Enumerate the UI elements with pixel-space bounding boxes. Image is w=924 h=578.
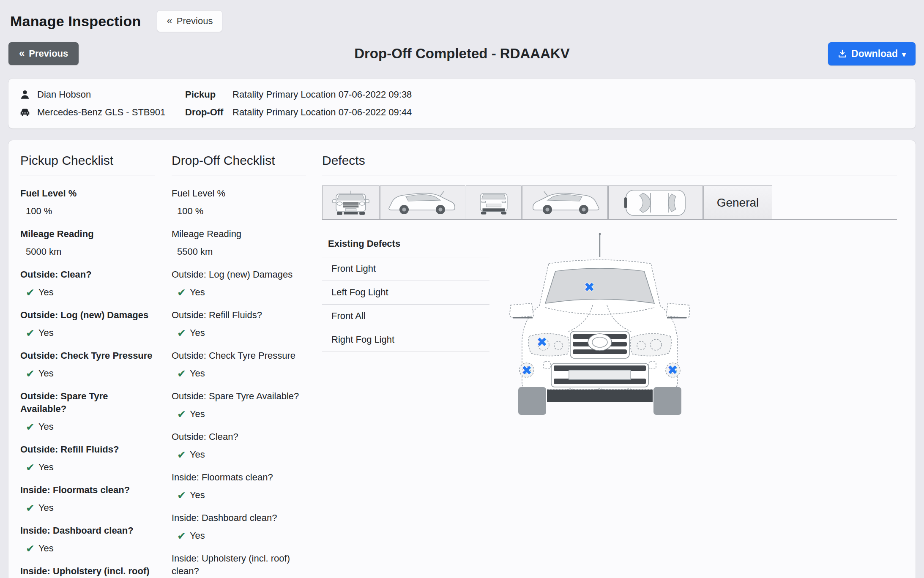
- tab-rear-view[interactable]: [466, 185, 522, 219]
- checklist-item-value-text: Yes: [38, 287, 54, 298]
- vehicle-damage-diagram[interactable]: ✖✖✖✖: [505, 231, 695, 421]
- checklist-item-value: ✔ 5000 km: [20, 245, 155, 258]
- driver-cell: Dian Hobson: [19, 88, 185, 101]
- tab-general[interactable]: General: [703, 185, 772, 219]
- page: Manage Inspection « Previous « Previous …: [0, 0, 924, 578]
- previous-button-top[interactable]: « Previous: [157, 10, 222, 32]
- checklist-item: Fuel Level % ✔ 100 %: [172, 187, 306, 218]
- top-view-icon: [613, 188, 698, 218]
- checklist-item: Fuel Level % ✔ 100 %: [20, 187, 155, 218]
- inspection-info-card: Dian Hobson Pickup Ratality Primary Loca…: [8, 79, 916, 128]
- checklist-item: Inside: Floormats clean? ✔ Yes: [20, 484, 155, 514]
- checklist-item-value-text: Yes: [38, 421, 54, 432]
- checklist-item: Inside: Floormats clean? ✔ Yes: [172, 471, 306, 502]
- toolbar: « Previous Drop-Off Completed - RDAAAKV …: [8, 41, 916, 66]
- tab-left-side-view[interactable]: [380, 185, 465, 219]
- defects-body: Existing Defects Front Light Left Fog Li…: [322, 220, 897, 421]
- checklist-item-label: Fuel Level %: [20, 187, 155, 200]
- download-button[interactable]: Download ▾: [828, 42, 916, 65]
- check-icon: ✔: [177, 531, 186, 541]
- check-icon: ✔: [177, 490, 186, 501]
- checklist-item-value-text: Yes: [190, 287, 205, 298]
- checklist-item-value-text: Yes: [38, 462, 54, 473]
- checklist-item-label: Inside: Dashboard clean?: [172, 512, 306, 524]
- checklist-item-value-text: Yes: [190, 368, 205, 379]
- check-icon: ✔: [26, 368, 35, 379]
- check-icon: ✔: [26, 328, 35, 338]
- pickup-checklist-items: Fuel Level % ✔ 100 % Mileage Reading ✔ 5: [20, 187, 155, 578]
- defect-row[interactable]: Front Light: [322, 257, 489, 281]
- info-grid: Dian Hobson Pickup Ratality Primary Loca…: [19, 88, 905, 119]
- check-icon: ✔: [26, 287, 35, 298]
- checklist-item-label: Outside: Refill Fluids?: [172, 309, 306, 322]
- checklist-item-label: Inside: Floormats clean?: [20, 484, 155, 496]
- tab-top-view[interactable]: [608, 185, 703, 219]
- existing-defect-rows: Front Light Left Fog Light Front All Rig…: [322, 257, 489, 352]
- checklist-item-value-text: Yes: [190, 449, 205, 460]
- check-icon: ✔: [177, 368, 186, 379]
- inspection-title: Drop-Off Completed - RDAAAKV: [8, 46, 916, 62]
- checklist-item-value: ✔ Yes: [172, 367, 306, 380]
- pickup-value: Ratality Primary Location 07-06-2022 09:…: [232, 88, 905, 101]
- checklist-item-value: ✔ Yes: [172, 408, 306, 420]
- checklist-item: Inside: Upholstery (incl. roof) clean? ✔: [172, 552, 306, 578]
- checklist-item-value-text: Yes: [190, 490, 205, 501]
- checklist-item-label: Fuel Level %: [172, 187, 306, 200]
- checklist-item: Inside: Dashboard clean? ✔ Yes: [20, 524, 155, 555]
- checklist-item-label: Inside: Upholstery (incl. roof) clean?: [20, 565, 155, 578]
- defect-row[interactable]: Left Fog Light: [322, 281, 489, 305]
- vehicle-name: Mercedes-Benz GLS - STB901: [37, 106, 165, 119]
- checklist-item-value: ✔ Yes: [172, 286, 306, 299]
- checklist-item-value: ✔ 5500 km: [172, 245, 306, 258]
- previous-button-top-label: Previous: [177, 16, 213, 27]
- pickup-checklist-column: Pickup Checklist Fuel Level % ✔ 100 %: [20, 153, 155, 578]
- checklist-item: Outside: Spare Tyre Available? ✔ Yes: [172, 390, 306, 420]
- chevrons-left-icon: «: [167, 16, 172, 26]
- checklist-item-value-text: Yes: [190, 530, 205, 541]
- download-icon: [838, 49, 847, 58]
- checklist-item: Mileage Reading ✔ 5000 km: [20, 228, 155, 258]
- checklist-item-value-text: Yes: [38, 368, 54, 379]
- defect-view-tabs: General: [322, 185, 897, 220]
- dropoff-label: Drop-Off: [185, 106, 232, 119]
- checklist-item: Outside: Log (new) Damages ✔ Yes: [172, 268, 306, 299]
- checklist-item-value-text: Yes: [38, 327, 54, 338]
- checklist-item-value: ✔ Yes: [20, 367, 155, 380]
- checklist-item-label: Mileage Reading: [20, 228, 155, 240]
- car-front-icon: [19, 107, 30, 118]
- check-icon: ✔: [177, 450, 186, 460]
- driver-name: Dian Hobson: [37, 88, 91, 101]
- check-icon: ✔: [26, 543, 35, 554]
- dropoff-checklist-column: Drop-Off Checklist Fuel Level % ✔ 100 %: [172, 153, 306, 578]
- checklist-item-label: Outside: Refill Fluids?: [20, 443, 155, 456]
- defect-row[interactable]: Right Fog Light: [322, 328, 489, 352]
- checklist-item-label: Inside: Upholstery (incl. roof) clean?: [172, 552, 306, 578]
- download-button-label: Download: [851, 48, 898, 60]
- checklist-item-value: ✔ Yes: [20, 420, 155, 433]
- checklist-item-label: Mileage Reading: [172, 228, 306, 240]
- existing-defects-list: Existing Defects Front Light Left Fog Li…: [322, 237, 489, 352]
- checklist-item: Outside: Clean? ✔ Yes: [20, 268, 155, 299]
- checklist-item: Outside: Clean? ✔ Yes: [172, 431, 306, 461]
- checklist-item: Outside: Check Tyre Pressure ✔ Yes: [172, 349, 306, 380]
- left-side-view-icon: [385, 189, 461, 217]
- checklist-item-value: ✔ Yes: [20, 327, 155, 339]
- check-icon: ✔: [26, 503, 35, 513]
- pickup-checklist-title: Pickup Checklist: [20, 153, 155, 168]
- checklist-item-value: ✔ 100 %: [172, 205, 306, 218]
- dropoff-divider: [172, 175, 306, 175]
- tab-right-side-view[interactable]: [522, 185, 608, 219]
- defects-divider: [322, 175, 897, 175]
- checklist-item-value: ✔ Yes: [20, 461, 155, 474]
- dropoff-checklist-title: Drop-Off Checklist: [172, 153, 306, 168]
- existing-defects-title: Existing Defects: [322, 237, 489, 257]
- defect-row[interactable]: Front All: [322, 305, 489, 328]
- tab-front-view[interactable]: [322, 185, 380, 219]
- page-title: Manage Inspection: [10, 13, 141, 30]
- checklist-item-value: ✔ Yes: [172, 529, 306, 542]
- dropoff-checklist-items: Fuel Level % ✔ 100 % Mileage Reading ✔ 5: [172, 187, 306, 578]
- previous-button[interactable]: « Previous: [8, 42, 79, 65]
- checklist-item-label: Outside: Check Tyre Pressure: [20, 349, 155, 362]
- front-view-icon: [328, 189, 374, 217]
- checklist-item-label: Outside: Clean?: [20, 268, 155, 281]
